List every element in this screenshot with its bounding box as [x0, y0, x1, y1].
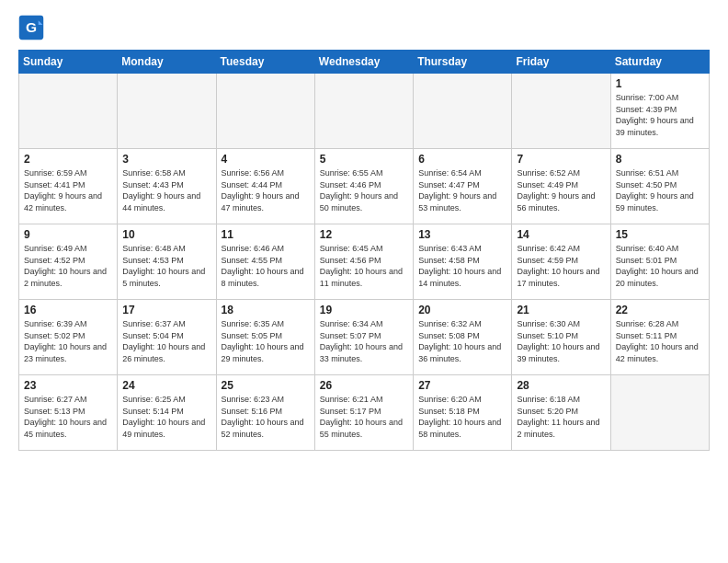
calendar-cell: [414, 74, 512, 149]
logo-icon: G: [18, 15, 44, 40]
col-header-wednesday: Wednesday: [314, 51, 413, 74]
day-number: 4: [222, 153, 310, 166]
week-row-4: 23Sunrise: 6:27 AM Sunset: 5:13 PM Dayli…: [19, 375, 710, 451]
day-number: 10: [122, 228, 210, 241]
calendar-cell: 21Sunrise: 6:30 AM Sunset: 5:10 PM Dayli…: [512, 300, 610, 375]
day-number: 15: [616, 228, 704, 241]
week-row-0: 1Sunrise: 7:00 AM Sunset: 4:39 PM Daylig…: [19, 74, 710, 149]
day-info: Sunrise: 6:45 AM Sunset: 4:56 PM Dayligh…: [320, 243, 408, 289]
day-info: Sunrise: 6:55 AM Sunset: 4:46 PM Dayligh…: [320, 167, 408, 213]
calendar-cell: 20Sunrise: 6:32 AM Sunset: 5:08 PM Dayli…: [414, 300, 512, 375]
day-number: 16: [24, 304, 112, 316]
week-row-3: 16Sunrise: 6:39 AM Sunset: 5:02 PM Dayli…: [19, 300, 710, 375]
col-header-saturday: Saturday: [610, 51, 709, 74]
header: G: [18, 15, 710, 40]
day-info: Sunrise: 6:25 AM Sunset: 5:14 PM Dayligh…: [122, 394, 210, 440]
calendar-cell: 22Sunrise: 6:28 AM Sunset: 5:11 PM Dayli…: [610, 300, 709, 375]
logo: G: [18, 15, 48, 40]
calendar-cell: [216, 74, 314, 149]
calendar-cell: 11Sunrise: 6:46 AM Sunset: 4:55 PM Dayli…: [216, 224, 314, 300]
day-info: Sunrise: 6:27 AM Sunset: 5:13 PM Dayligh…: [24, 394, 112, 440]
calendar-cell: 8Sunrise: 6:51 AM Sunset: 4:50 PM Daylig…: [610, 149, 709, 224]
header-row: SundayMondayTuesdayWednesdayThursdayFrid…: [19, 51, 710, 74]
day-info: Sunrise: 6:48 AM Sunset: 4:53 PM Dayligh…: [122, 243, 210, 289]
day-number: 20: [418, 304, 506, 316]
week-row-2: 9Sunrise: 6:49 AM Sunset: 4:52 PM Daylig…: [19, 224, 710, 300]
calendar-cell: 16Sunrise: 6:39 AM Sunset: 5:02 PM Dayli…: [19, 300, 118, 375]
week-row-1: 2Sunrise: 6:59 AM Sunset: 4:41 PM Daylig…: [19, 149, 710, 224]
calendar-cell: 1Sunrise: 7:00 AM Sunset: 4:39 PM Daylig…: [610, 74, 709, 149]
calendar-cell: 25Sunrise: 6:23 AM Sunset: 5:16 PM Dayli…: [216, 375, 314, 451]
day-number: 7: [517, 153, 605, 166]
day-number: 28: [517, 379, 605, 392]
day-number: 5: [320, 153, 408, 166]
day-number: 21: [517, 304, 605, 316]
day-info: Sunrise: 6:21 AM Sunset: 5:17 PM Dayligh…: [320, 394, 408, 440]
calendar-page: G SundayMondayTuesdayWednesdayThursdayFr…: [0, 0, 728, 563]
day-info: Sunrise: 6:51 AM Sunset: 4:50 PM Dayligh…: [616, 167, 704, 213]
day-info: Sunrise: 6:39 AM Sunset: 5:02 PM Dayligh…: [24, 318, 112, 364]
calendar-cell: 28Sunrise: 6:18 AM Sunset: 5:20 PM Dayli…: [512, 375, 610, 451]
day-info: Sunrise: 6:40 AM Sunset: 5:01 PM Dayligh…: [616, 243, 704, 289]
calendar-cell: 19Sunrise: 6:34 AM Sunset: 5:07 PM Dayli…: [314, 300, 413, 375]
day-number: 9: [24, 228, 112, 241]
day-info: Sunrise: 6:34 AM Sunset: 5:07 PM Dayligh…: [320, 318, 408, 364]
day-number: 23: [24, 379, 112, 392]
calendar-cell: [512, 74, 610, 149]
calendar-cell: 24Sunrise: 6:25 AM Sunset: 5:14 PM Dayli…: [118, 375, 216, 451]
calendar-cell: 4Sunrise: 6:56 AM Sunset: 4:44 PM Daylig…: [216, 149, 314, 224]
calendar-cell: 27Sunrise: 6:20 AM Sunset: 5:18 PM Dayli…: [414, 375, 512, 451]
calendar-cell: [610, 375, 709, 451]
col-header-thursday: Thursday: [414, 51, 512, 74]
day-info: Sunrise: 6:35 AM Sunset: 5:05 PM Dayligh…: [222, 318, 310, 364]
day-info: Sunrise: 6:56 AM Sunset: 4:44 PM Dayligh…: [222, 167, 310, 213]
day-info: Sunrise: 6:18 AM Sunset: 5:20 PM Dayligh…: [517, 394, 605, 440]
day-number: 27: [418, 379, 506, 392]
day-info: Sunrise: 6:43 AM Sunset: 4:58 PM Dayligh…: [418, 243, 506, 289]
day-number: 1: [616, 77, 704, 90]
day-info: Sunrise: 6:28 AM Sunset: 5:11 PM Dayligh…: [616, 318, 704, 364]
day-number: 2: [24, 153, 112, 166]
calendar-cell: 12Sunrise: 6:45 AM Sunset: 4:56 PM Dayli…: [314, 224, 413, 300]
day-number: 6: [418, 153, 506, 166]
day-info: Sunrise: 7:00 AM Sunset: 4:39 PM Dayligh…: [616, 92, 704, 138]
day-info: Sunrise: 6:46 AM Sunset: 4:55 PM Dayligh…: [222, 243, 310, 289]
day-info: Sunrise: 6:49 AM Sunset: 4:52 PM Dayligh…: [24, 243, 112, 289]
calendar-cell: 18Sunrise: 6:35 AM Sunset: 5:05 PM Dayli…: [216, 300, 314, 375]
day-number: 18: [222, 304, 310, 316]
svg-text:G: G: [26, 19, 37, 35]
calendar-cell: 14Sunrise: 6:42 AM Sunset: 4:59 PM Dayli…: [512, 224, 610, 300]
calendar-cell: 2Sunrise: 6:59 AM Sunset: 4:41 PM Daylig…: [19, 149, 118, 224]
day-info: Sunrise: 6:20 AM Sunset: 5:18 PM Dayligh…: [418, 394, 506, 440]
calendar-cell: 5Sunrise: 6:55 AM Sunset: 4:46 PM Daylig…: [314, 149, 413, 224]
calendar-cell: 15Sunrise: 6:40 AM Sunset: 5:01 PM Dayli…: [610, 224, 709, 300]
day-info: Sunrise: 6:37 AM Sunset: 5:04 PM Dayligh…: [122, 318, 210, 364]
day-number: 17: [122, 304, 210, 316]
calendar-cell: 26Sunrise: 6:21 AM Sunset: 5:17 PM Dayli…: [314, 375, 413, 451]
day-info: Sunrise: 6:30 AM Sunset: 5:10 PM Dayligh…: [517, 318, 605, 364]
calendar-cell: 9Sunrise: 6:49 AM Sunset: 4:52 PM Daylig…: [19, 224, 118, 300]
day-info: Sunrise: 6:42 AM Sunset: 4:59 PM Dayligh…: [517, 243, 605, 289]
calendar-cell: 7Sunrise: 6:52 AM Sunset: 4:49 PM Daylig…: [512, 149, 610, 224]
day-number: 19: [320, 304, 408, 316]
calendar-cell: 3Sunrise: 6:58 AM Sunset: 4:43 PM Daylig…: [118, 149, 216, 224]
day-info: Sunrise: 6:52 AM Sunset: 4:49 PM Dayligh…: [517, 167, 605, 213]
day-number: 14: [517, 228, 605, 241]
day-number: 12: [320, 228, 408, 241]
col-header-sunday: Sunday: [19, 51, 118, 74]
day-info: Sunrise: 6:58 AM Sunset: 4:43 PM Dayligh…: [122, 167, 210, 213]
calendar-cell: 13Sunrise: 6:43 AM Sunset: 4:58 PM Dayli…: [414, 224, 512, 300]
day-info: Sunrise: 6:23 AM Sunset: 5:16 PM Dayligh…: [222, 394, 310, 440]
day-number: 24: [122, 379, 210, 392]
calendar-cell: 6Sunrise: 6:54 AM Sunset: 4:47 PM Daylig…: [414, 149, 512, 224]
calendar-cell: 23Sunrise: 6:27 AM Sunset: 5:13 PM Dayli…: [19, 375, 118, 451]
day-number: 22: [616, 304, 704, 316]
day-number: 26: [320, 379, 408, 392]
day-info: Sunrise: 6:54 AM Sunset: 4:47 PM Dayligh…: [418, 167, 506, 213]
calendar-table: SundayMondayTuesdayWednesdayThursdayFrid…: [18, 50, 710, 451]
calendar-cell: [19, 74, 118, 149]
calendar-cell: [118, 74, 216, 149]
calendar-cell: 10Sunrise: 6:48 AM Sunset: 4:53 PM Dayli…: [118, 224, 216, 300]
calendar-cell: [314, 74, 413, 149]
day-info: Sunrise: 6:59 AM Sunset: 4:41 PM Dayligh…: [24, 167, 112, 213]
